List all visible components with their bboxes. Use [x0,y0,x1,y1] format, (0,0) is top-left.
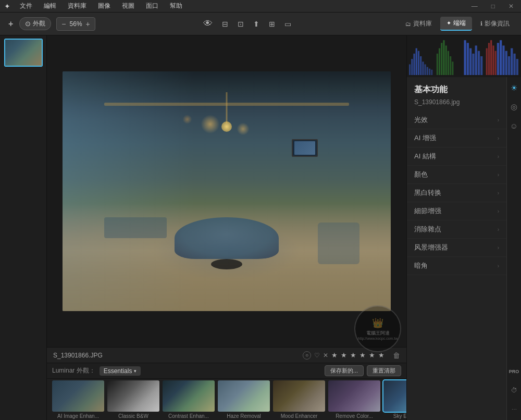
tool-circle[interactable]: ◎ [507,100,521,114]
svg-rect-35 [488,43,490,75]
zoom-plus-btn[interactable]: + [84,20,92,28]
presets-bar: Luminar 外觀： Essentials ▾ 保存新的... 重置清那 AI… [47,363,406,420]
share-icon: ⬆ [253,20,259,28]
edit-item-ai-enhance-label: AI 增强 [414,133,436,143]
thumbnail-image [5,40,42,66]
right-edit-panel: 基本功能 S_13901866.jpg 光效 › AI 增强 › AI 結構 ›… [407,77,506,420]
rect-icon: ▭ [284,20,291,28]
edit-item-light[interactable]: 光效 › [407,111,506,129]
bottom-info-bar: S_13901866.JPG ○ ♡ ✕ ★ ★ ★ ★ ★ ★ 🗑 [47,347,406,363]
tab-library-label: 資料庫 [413,19,432,28]
menu-view[interactable]: 視圖 [120,1,137,11]
svg-rect-9 [429,69,430,75]
zoom-minus-btn[interactable]: − [60,20,67,28]
right-panel: ☀ ◎ ☺ PRO ⏱ ⋯ 基本功能 S_13901866.jpg 光效 › A… [406,35,521,420]
svg-rect-26 [437,54,438,75]
preset-contrast-img [163,380,215,412]
preset-haze[interactable]: Haze Removal [218,380,270,419]
svg-rect-11 [464,40,466,75]
edit-item-denoise[interactable]: 消除雜点 › [407,220,506,239]
scene-ceiling-beam [104,103,349,106]
svg-rect-28 [441,43,442,75]
chevron-right-icon-structure: › [498,154,499,159]
menu-file[interactable]: 文件 [18,1,34,11]
tool-smile[interactable]: ☺ [507,119,521,132]
menu-image[interactable]: 圖像 [96,1,113,11]
edit-item-ai-structure[interactable]: AI 結構 › [407,147,506,166]
compare-btn[interactable]: ⊟ [219,18,231,30]
tab-library[interactable]: 🗂 資料庫 [399,17,438,30]
window-minimize[interactable]: — [468,2,481,11]
scene-furniture-left [104,217,167,238]
edit-item-denoise-label: 消除雜点 [414,225,441,234]
edit-item-color-label: 顏色 [414,170,428,179]
preset-remove-color[interactable]: Remove Color... [328,380,380,419]
preset-sky[interactable]: Sky Enhancer [383,380,406,419]
add-button[interactable]: + [5,17,16,31]
edit-panel-filename: S_13901866.jpg [407,97,506,111]
preview-btn[interactable]: 👁 [200,16,216,31]
svg-rect-14 [472,54,474,75]
svg-rect-24 [513,54,515,75]
app-icon: ✦ [4,2,10,10]
edit-item-bw[interactable]: 黑白转换 › [407,184,506,202]
star-2[interactable]: ★ [341,351,347,359]
edit-item-detail[interactable]: 細節增强 › [407,202,506,220]
tab-luminar-label: 端端 [453,19,466,28]
tool-dots[interactable]: ⋯ [507,402,521,416]
reject-btn[interactable]: ✕ [323,352,328,359]
svg-rect-22 [508,56,510,75]
star-6[interactable]: ★ [378,351,384,359]
clear-preset-btn[interactable]: 重置清那 [367,365,401,376]
filmstrip-thumb-1[interactable] [4,39,43,67]
chevron-right-icon-light: › [498,117,499,123]
presets-group-btn[interactable]: Essentials ▾ [100,366,141,376]
edit-item-landscape[interactable]: 风景增强器 › [407,239,506,257]
heart-btn[interactable]: ♡ [314,352,320,359]
chevron-right-icon-vignette: › [498,263,499,269]
menu-help[interactable]: 幫助 [168,1,184,11]
scene-sofa [175,217,279,259]
menu-bar: ✦ 文件 編輯 資料庫 圖像 視圖 面口 幫助 — □ ✕ [0,0,521,13]
chevron-right-icon-denoise: › [498,227,499,232]
preset-bw[interactable]: Classic B&W [107,380,159,419]
share-btn[interactable]: ⬆ [250,18,263,30]
save-preset-btn[interactable]: 保存新的... [325,365,364,376]
center-panel: S_13901866.JPG ○ ♡ ✕ ★ ★ ★ ★ ★ ★ 🗑 Lumin… [47,35,406,420]
view-toggle[interactable]: ⊙ 外觀 [19,17,51,30]
window-close[interactable]: ✕ [505,2,517,11]
svg-rect-19 [500,40,502,75]
rect-btn[interactable]: ▭ [281,18,294,30]
star-5[interactable]: ★ [369,351,375,359]
main-photo [63,71,391,311]
rating-circle-btn[interactable]: ○ [303,351,311,360]
star-3[interactable]: ★ [350,351,356,359]
tab-info[interactable]: ℹ 影像資訊 [474,17,516,30]
preset-haze-img [218,380,270,412]
menu-edit[interactable]: 編輯 [42,1,58,11]
preset-contrast[interactable]: Contrast Enhan... [163,380,215,419]
delete-btn[interactable]: 🗑 [393,351,400,360]
preset-ai-enhance[interactable]: AI Image Enhan... [52,380,104,419]
edit-item-vignette[interactable]: 暗角 › [407,257,506,275]
window-maximize[interactable]: □ [488,2,498,11]
chevron-right-icon-ai: › [498,135,499,141]
info-icon: ℹ [480,20,482,27]
star-4[interactable]: ★ [359,351,366,359]
svg-rect-37 [492,45,494,75]
menu-panel[interactable]: 面口 [144,1,160,11]
edit-item-ai-enhance[interactable]: AI 增强 › [407,129,506,147]
tool-sun[interactable]: ☀ [507,81,521,95]
tool-pro[interactable]: PRO [507,365,521,378]
tool-clock[interactable]: ⏱ [507,384,521,397]
edit-item-color[interactable]: 顏色 › [407,166,506,184]
preset-mood[interactable]: Mood Enhancer [273,380,325,419]
svg-rect-38 [495,51,497,75]
grid-btn[interactable]: ⊞ [266,18,278,30]
tab-luminar[interactable]: ✦ 端端 [440,17,472,31]
star-1[interactable]: ★ [331,351,338,359]
crop-btn[interactable]: ⊡ [234,18,247,30]
edit-item-detail-label: 細節增强 [414,206,441,216]
svg-rect-32 [450,56,451,75]
menu-library[interactable]: 資料庫 [66,1,89,11]
